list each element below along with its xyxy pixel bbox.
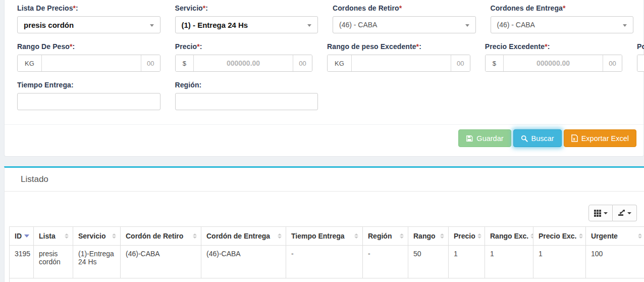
cordones-entrega-select[interactable]: (46) - CABA xyxy=(491,16,634,33)
column-header-cordon-entrega[interactable]: Cordón de Entrega xyxy=(201,227,286,246)
porcentaje-urgente-label: Porcentaje Urgente:*: xyxy=(637,42,644,51)
columns-toggle-button[interactable] xyxy=(588,205,613,221)
unit-addon: KG xyxy=(328,55,352,71)
column-header-id[interactable]: ID xyxy=(10,227,34,246)
buscar-label: Buscar xyxy=(531,134,554,143)
table-zone: ID Lista Servicio Cordón de Retiro Cordó… xyxy=(9,226,644,282)
field-precio: Precio*: $ xyxy=(175,42,312,72)
column-header-precio-exc[interactable]: Precio Exc. xyxy=(533,227,586,246)
rango-peso-excedente-group: KG xyxy=(327,55,470,72)
cordones-retiro-select[interactable]: (46) - CABA xyxy=(333,16,476,33)
rango-peso-excedente-label: Rango de peso Excedente*: xyxy=(327,42,470,51)
sort-both-icon xyxy=(112,233,116,239)
sort-both-icon xyxy=(477,233,481,239)
column-header-rango-exc[interactable]: Rango Exc. xyxy=(485,227,533,246)
precio-group: $ xyxy=(175,55,312,72)
table-row[interactable]: 3195 presis cordón (1)-Entrega 24 Hs (46… xyxy=(10,246,644,278)
sort-both-icon xyxy=(579,233,583,239)
field-servicio: Servicio*: (1) - Entrega 24 Hs xyxy=(175,4,318,33)
servicio-value: (1) - Entrega 24 Hs xyxy=(182,21,248,29)
porcentaje-urgente-group: % xyxy=(637,55,644,72)
field-lista-de-precios: Lista De Precios*: presis cordón xyxy=(17,4,160,33)
export-table-button[interactable] xyxy=(613,205,637,221)
column-header-tiempo-entrega[interactable]: Tiempo Entrega xyxy=(286,227,363,246)
export-icon xyxy=(618,210,625,216)
servicio-select[interactable]: (1) - Entrega 24 Hs xyxy=(175,16,318,33)
sort-both-icon xyxy=(193,233,197,239)
currency-addon: $ xyxy=(486,55,504,71)
field-rango-de-peso: Rango De Peso*: KG xyxy=(17,42,160,72)
cell-id: 3195 xyxy=(10,246,34,278)
field-cordones-entrega: Cordones de Entrega* (46) - CABA xyxy=(491,4,634,33)
field-tiempo-entrega: Tiempo Entrega: xyxy=(17,81,160,110)
table-header-row: ID Lista Servicio Cordón de Retiro Cordó… xyxy=(10,227,644,246)
field-region: Región: xyxy=(175,81,318,110)
column-header-cordon-retiro[interactable]: Cordón de Retiro xyxy=(121,227,201,246)
column-header-urgente[interactable]: Urgente xyxy=(586,227,644,246)
chevron-down-icon xyxy=(465,24,469,27)
field-cordones-retiro: Cordones de Retiro* (46) - CABA xyxy=(333,4,476,33)
rango-de-peso-group: KG xyxy=(17,55,160,72)
precio-excedente-decimals-input[interactable] xyxy=(603,55,622,71)
guardar-label: Guardar xyxy=(476,134,503,143)
column-header-region[interactable]: Región xyxy=(363,227,408,246)
guardar-button[interactable]: Guardar xyxy=(458,129,511,147)
field-porcentaje-urgente: Porcentaje Urgente:*: % xyxy=(637,42,644,72)
region-label: Región: xyxy=(175,81,318,89)
field-precio-excedente: Precio Excedente*: $ xyxy=(485,42,622,72)
sort-both-icon xyxy=(65,233,69,239)
precio-excedente-input[interactable] xyxy=(504,55,603,71)
chevron-down-icon xyxy=(627,212,631,214)
action-buttons: Guardar Buscar x Exportar Excel xyxy=(5,129,636,147)
filter-row-1: Lista De Precios*: presis cordón Servici… xyxy=(5,4,643,33)
rango-de-peso-input[interactable] xyxy=(42,55,141,71)
buscar-button[interactable]: Buscar xyxy=(513,129,562,147)
column-header-rango[interactable]: Rango xyxy=(408,227,449,246)
search-icon xyxy=(521,135,528,142)
lista-de-precios-label: Lista De Precios*: xyxy=(17,4,160,12)
currency-addon: $ xyxy=(176,55,194,71)
column-header-precio[interactable]: Precio xyxy=(449,227,485,246)
svg-text:x: x xyxy=(573,136,575,142)
cell-lista: presis cordón xyxy=(34,246,73,278)
sort-both-icon xyxy=(440,233,444,239)
excel-file-icon: x xyxy=(571,134,578,142)
tiempo-entrega-input[interactable] xyxy=(17,93,160,110)
lista-de-precios-select[interactable]: presis cordón xyxy=(17,16,160,33)
sort-both-icon xyxy=(530,233,533,239)
column-header-lista[interactable]: Lista xyxy=(34,227,73,246)
sort-desc-icon xyxy=(24,234,29,238)
cell-urgente: 100 xyxy=(586,246,644,278)
columns-grid-icon xyxy=(594,210,601,217)
listado-title: Listado xyxy=(5,168,644,192)
column-header-servicio[interactable]: Servicio xyxy=(73,227,121,246)
rango-peso-excedente-decimals-input[interactable] xyxy=(451,55,470,71)
region-input[interactable] xyxy=(175,93,318,110)
form-divider xyxy=(5,124,643,125)
cell-tiempo-entrega: - xyxy=(286,246,363,278)
rango-peso-excedente-input[interactable] xyxy=(352,55,451,71)
save-icon xyxy=(466,135,473,142)
cell-precio-exc: 1 xyxy=(533,246,586,278)
cordones-retiro-value: (46) - CABA xyxy=(339,21,377,29)
unit-addon: KG xyxy=(18,55,42,71)
table-bottom-space xyxy=(9,278,644,282)
cell-servicio: (1)-Entrega 24 Hs xyxy=(73,246,121,278)
cordones-entrega-label: Cordones de Entrega* xyxy=(491,4,634,12)
cordones-entrega-value: (46) - CABA xyxy=(497,21,535,29)
lista-de-precios-value: presis cordón xyxy=(24,21,74,29)
tiempo-entrega-label: Tiempo Entrega: xyxy=(17,81,160,89)
exportar-excel-button[interactable]: x Exportar Excel xyxy=(564,129,636,147)
precio-decimals-input[interactable] xyxy=(293,55,312,71)
sort-both-icon xyxy=(278,233,282,239)
precio-input[interactable] xyxy=(194,55,293,71)
table-toolbar xyxy=(5,205,637,221)
cell-rango: 50 xyxy=(408,246,449,278)
cell-precio: 1 xyxy=(449,246,485,278)
precio-excedente-group: $ xyxy=(485,55,622,72)
filter-panel: Lista De Precios*: presis cordón Servici… xyxy=(4,0,644,157)
sort-both-icon xyxy=(400,233,404,239)
cell-rango-exc: 1 xyxy=(485,246,533,278)
filter-row-3: Tiempo Entrega: Región: xyxy=(5,81,643,110)
rango-de-peso-decimals-input[interactable] xyxy=(141,55,160,71)
